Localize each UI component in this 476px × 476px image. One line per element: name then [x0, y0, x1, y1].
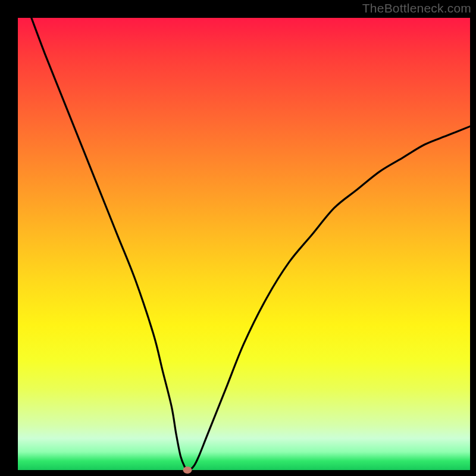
curve-svg [18, 18, 470, 470]
optimal-point-marker [183, 466, 192, 474]
plot-area [18, 18, 470, 470]
bottleneck-curve-path [32, 18, 470, 470]
watermark-text: TheBottleneck.com [362, 1, 471, 15]
